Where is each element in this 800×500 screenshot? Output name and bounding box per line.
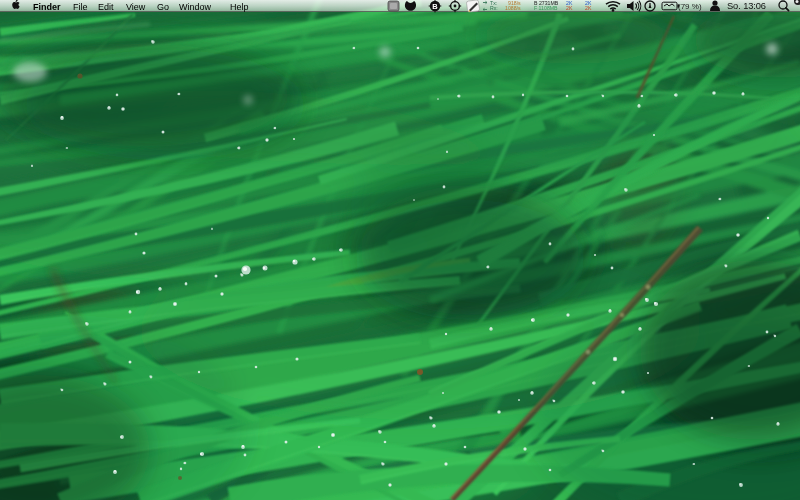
svg-text:So. 13:06: So. 13:06	[727, 1, 766, 11]
svg-text:B: B	[432, 2, 438, 11]
svg-text:(79 %): (79 %)	[678, 2, 702, 11]
